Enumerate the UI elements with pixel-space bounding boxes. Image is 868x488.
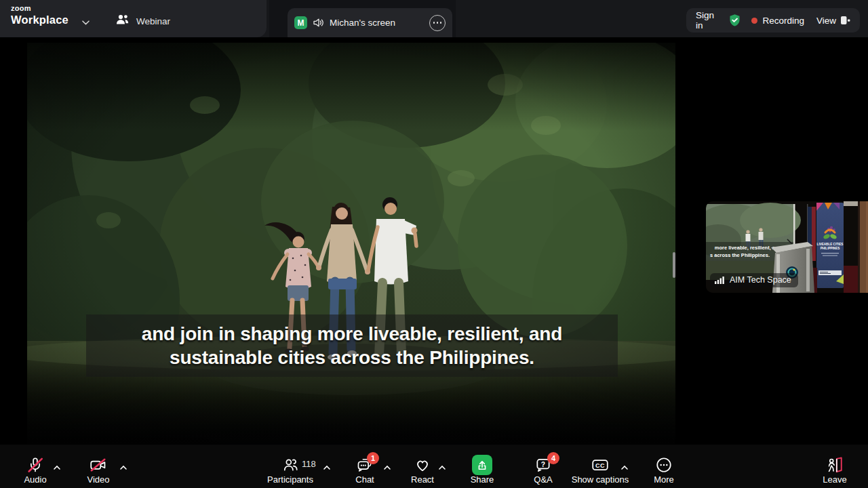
view-layout-icon [840,16,850,25]
chat-label: Chat [355,474,374,485]
recording-label: Recording [762,16,804,26]
leave-door-icon [826,455,844,475]
tab-avatar: M [294,16,307,29]
security-shield-icon[interactable] [728,13,742,28]
svg-text:?: ? [541,461,545,468]
closed-captions-icon: CC [591,455,610,475]
screen-share-tab[interactable]: M Michan's screen [288,8,452,37]
brand-zoom-text: zoom [11,5,68,12]
main-stage: and join in shaping more liveable, resil… [0,37,868,445]
caption-line-1: and join in shaping more liveable, resil… [142,323,562,346]
video-caption: and join in shaping more liveable, resil… [86,314,618,377]
react-label: React [411,474,434,485]
webinar-section[interactable]: Webinar [115,14,170,28]
view-button[interactable]: View [816,16,850,26]
recording-dot-icon [751,18,757,24]
more-label: More [654,474,674,485]
webinar-people-icon [115,14,130,28]
speaker-thumbnail[interactable]: more liveable, resilient, and s across t… [706,201,868,293]
more-ellipsis-icon [655,455,673,475]
meeting-toolbar: Audio Video [0,445,868,488]
brand-chevron-down-icon[interactable] [81,16,90,28]
video-scene [27,43,675,445]
sign-in-button[interactable]: Sign in [696,10,718,30]
session-controls: Sign in Recording View [686,8,860,33]
participants-count: 118 [302,459,316,469]
view-label: View [816,16,836,26]
webinar-label: Webinar [136,16,170,26]
camera-off-icon [89,455,108,475]
video-label: Video [87,474,109,485]
speaker-audio-icon [313,18,324,28]
brand-logo: zoom Workplace [11,5,68,26]
qa-label: Q&A [534,474,552,485]
brand-workplace-text: Workplace [11,14,68,26]
thumbnail-label: AIM Tech Space [730,275,791,285]
video-button[interactable]: Video [54,445,142,488]
video-options-caret[interactable] [119,461,127,473]
mic-muted-icon [26,455,44,475]
banner-title-1: LIVEABLE CITIES [817,243,844,246]
sidebar-scrollbar[interactable] [673,252,675,278]
zoom-workplace-window: zoom Workplace Webinar M [0,0,868,488]
participants-label: Participants [267,474,313,485]
leave-label: Leave [823,474,846,485]
thumb-screen-caption-2: s across the Philippines. [710,252,770,258]
recording-indicator: Recording [751,16,804,26]
svg-text:CC: CC [595,462,605,469]
caption-line-2: sustainable cities across the Philippine… [170,346,534,369]
tab-title: Michan's screen [330,18,395,28]
heart-icon [414,455,432,475]
top-bar: zoom Workplace Webinar M [0,0,868,37]
more-button[interactable]: More [620,445,708,488]
share-screen-icon [472,455,492,475]
tab-more-button[interactable] [429,15,446,31]
share-label: Share [471,474,494,485]
thumbnail-name-tag: AIM Tech Space [710,273,798,287]
participants-icon [281,455,299,475]
banner-title-2: PHILIPPINES [821,247,840,250]
audio-label: Audio [24,474,46,485]
connection-bars-icon [715,276,725,284]
leave-button[interactable]: Leave [791,445,868,488]
shared-screen-video: and join in shaping more liveable, resil… [27,43,675,445]
chat-badge: 1 [367,452,379,464]
